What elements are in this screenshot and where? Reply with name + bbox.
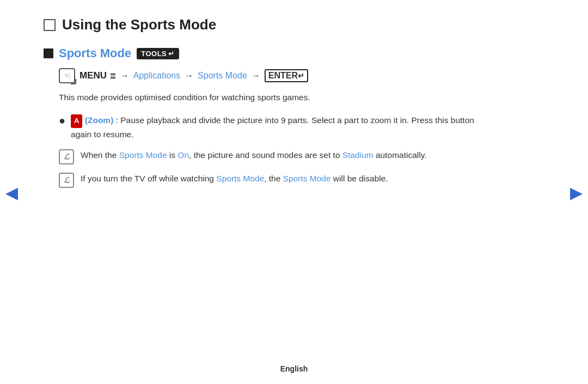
a-badge: A [71,114,82,128]
bullet-item-zoom: ● A (Zoom) : Pause playback and divide t… [59,113,490,142]
enter-label: ENTER↵ [265,69,308,82]
checkbox-icon [44,19,56,31]
bullet-content: A (Zoom) : Pause playback and divide the… [71,113,490,142]
on-highlight: On [177,150,189,160]
main-title-text: Using the Sports Mode [62,16,216,33]
black-square-icon [44,48,53,58]
bullet-dot: ● [59,113,65,127]
nav-left-arrow[interactable]: ◀ [5,182,18,202]
tools-badge: TOOLS↵ [137,48,179,59]
section-title-text: Sports Mode [59,46,131,60]
zoom-label: (Zoom) [85,115,114,125]
notes-container: ℒ When the Sports Mode is On, the pictur… [59,149,490,188]
main-title: Using the Sports Mode [44,16,490,33]
applications-label: Applications [133,71,180,81]
description-text: This mode provides optimised condition f… [59,91,490,105]
menu-navigation-line: ☜ MENU → Applications → Sports Mode → EN… [59,68,490,83]
bullet-list: ● A (Zoom) : Pause playback and divide t… [59,113,490,142]
sports-mode-nav-label: Sports Mode [198,71,247,81]
sports-mode-highlight-1: Sports Mode [119,150,167,160]
arrow-3: → [252,71,260,81]
sports-mode-highlight-2: Sports Mode [216,174,264,183]
footer-text: English [280,364,308,373]
note-2-text: If you turn the TV off while watching Sp… [81,172,388,186]
note-item-1: ℒ When the Sports Mode is On, the pictur… [59,149,490,164]
note-1-text: When the Sports Mode is On, the picture … [81,149,427,162]
arrow-2: → [185,71,193,81]
tools-symbol: ↵ [168,50,175,58]
tools-label: TOOLS [141,50,167,58]
note-icon-2: ℒ [59,173,74,188]
sports-mode-highlight-3: Sports Mode [283,174,331,183]
stadium-highlight: Stadium [342,150,373,160]
section-title: Sports Mode TOOLS↵ [44,46,490,60]
footer: English [0,364,588,373]
menu-label: MENU [79,70,116,81]
menu-touch-icon: ☜ [59,68,75,83]
zoom-text: : Pause playback and divide the picture … [71,115,474,139]
nav-right-arrow[interactable]: ▶ [570,182,583,202]
arrow-1: → [120,71,129,81]
note-item-2: ℒ If you turn the TV off while watching … [59,172,490,188]
note-icon-1: ℒ [59,149,74,164]
